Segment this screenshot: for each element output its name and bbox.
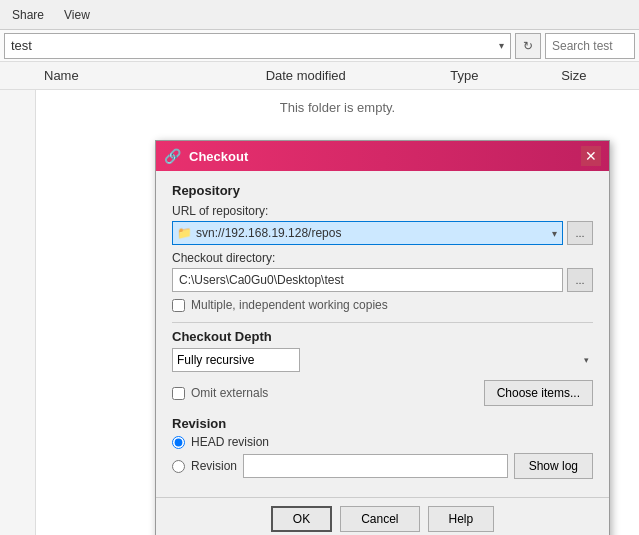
- repository-section-label: Repository: [172, 183, 593, 198]
- dialog-body: Repository URL of repository: 📁 ▾ ... Ch…: [156, 171, 609, 489]
- show-log-button[interactable]: Show log: [514, 453, 593, 479]
- col-header-type[interactable]: Type: [450, 68, 561, 83]
- dir-browse-button[interactable]: ...: [567, 268, 593, 292]
- omit-externals-label[interactable]: Omit externals: [191, 386, 268, 400]
- revision-radio[interactable]: [172, 460, 185, 473]
- checkout-dialog: 🔗 Checkout ✕ Repository URL of repositor…: [155, 140, 610, 535]
- refresh-icon: ↻: [523, 39, 533, 53]
- dialog-footer: OK Cancel Help: [156, 497, 609, 535]
- revision-section-label: Revision: [172, 416, 593, 431]
- depth-select[interactable]: Fully recursive Immediate children Only …: [172, 348, 300, 372]
- column-headers: Name Date modified Type Size: [0, 62, 639, 90]
- help-button[interactable]: Help: [428, 506, 495, 532]
- multiple-copies-label[interactable]: Multiple, independent working copies: [191, 298, 388, 312]
- folder-icon: 📁: [177, 226, 192, 240]
- menu-view[interactable]: View: [56, 4, 98, 26]
- head-revision-row: HEAD revision: [172, 435, 593, 449]
- explorer-menubar: Share View: [0, 0, 639, 30]
- url-browse-button[interactable]: ...: [567, 221, 593, 245]
- section-separator: [172, 322, 593, 323]
- revision-label[interactable]: Revision: [191, 459, 237, 473]
- ok-button[interactable]: OK: [271, 506, 332, 532]
- url-input-wrapper[interactable]: 📁 ▾: [172, 221, 563, 245]
- omit-externals-left: Omit externals: [172, 386, 268, 400]
- revision-number-input[interactable]: [243, 454, 508, 478]
- choose-items-button[interactable]: Choose items...: [484, 380, 593, 406]
- menu-share[interactable]: Share: [4, 4, 52, 26]
- col-header-date[interactable]: Date modified: [266, 68, 451, 83]
- multiple-copies-checkbox[interactable]: [172, 299, 185, 312]
- address-field[interactable]: test ▾: [4, 33, 511, 59]
- url-input[interactable]: [196, 226, 549, 240]
- depth-row: Fully recursive Immediate children Only …: [172, 348, 593, 372]
- dialog-title-text: Checkout: [189, 149, 581, 164]
- checkout-dir-row: ...: [172, 268, 593, 292]
- head-revision-label[interactable]: HEAD revision: [191, 435, 269, 449]
- checkout-dir-label: Checkout directory:: [172, 251, 593, 265]
- empty-folder-message: This folder is empty.: [280, 100, 395, 115]
- url-input-row: 📁 ▾ ...: [172, 221, 593, 245]
- checkout-dir-input[interactable]: [172, 268, 563, 292]
- address-text: test: [11, 38, 32, 53]
- dialog-close-button[interactable]: ✕: [581, 146, 601, 166]
- col-header-size[interactable]: Size: [561, 68, 635, 83]
- dialog-titlebar: 🔗 Checkout ✕: [156, 141, 609, 171]
- refresh-button[interactable]: ↻: [515, 33, 541, 59]
- revision-input-row: Revision Show log: [172, 453, 593, 479]
- main-area: This folder is empty. 🔗 Checkout ✕ Repos…: [0, 90, 639, 535]
- depth-select-wrapper: Fully recursive Immediate children Only …: [172, 348, 593, 372]
- depth-select-arrow-icon: ▾: [584, 355, 589, 365]
- url-field-label: URL of repository:: [172, 204, 593, 218]
- search-input[interactable]: [545, 33, 635, 59]
- depth-section-label: Checkout Depth: [172, 329, 593, 344]
- omit-externals-checkbox[interactable]: [172, 387, 185, 400]
- revision-section: Revision HEAD revision Revision Show log: [172, 416, 593, 479]
- url-dropdown-arrow-icon[interactable]: ▾: [549, 228, 560, 239]
- multiple-copies-row: Multiple, independent working copies: [172, 298, 593, 312]
- dialog-title-icon: 🔗: [164, 148, 181, 164]
- chevron-down-icon[interactable]: ▾: [493, 40, 504, 51]
- cancel-button[interactable]: Cancel: [340, 506, 419, 532]
- sidebar: [0, 90, 36, 535]
- omit-row: Omit externals Choose items...: [172, 380, 593, 406]
- address-bar-row: test ▾ ↻: [0, 30, 639, 62]
- head-revision-radio[interactable]: [172, 436, 185, 449]
- col-header-name[interactable]: Name: [40, 68, 266, 83]
